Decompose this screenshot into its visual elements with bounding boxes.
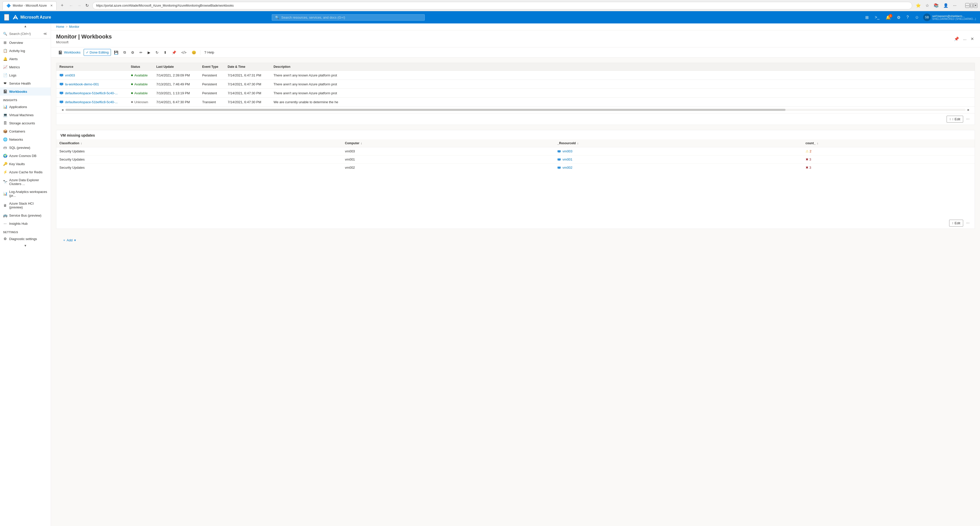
workbooks-toolbar-label: Workbooks (64, 51, 81, 54)
settings-button[interactable]: ⚙ (895, 14, 902, 21)
resource-link[interactable]: defaultworkspace-51bef6c8-5c40-... (59, 91, 131, 95)
browser-extensions-button[interactable]: ⭐ (914, 2, 923, 9)
col-computer[interactable]: Computer ↕ (342, 140, 554, 147)
add-button[interactable]: + Add ▾ (61, 237, 78, 243)
horizontal-scrollbar[interactable] (65, 109, 966, 111)
share-button[interactable]: ⬆ (162, 49, 169, 56)
sidebar-item-networks[interactable]: 🌐 Networks (0, 135, 51, 143)
sidebar-item-key-vaults[interactable]: 🔑 Key Vaults (0, 160, 51, 168)
table-row[interactable]: vm003 ● Available 7/14/2021, 2:39:09 PM … (56, 71, 975, 80)
code-button[interactable]: </> (179, 49, 188, 56)
autofit-button[interactable]: ▶ (146, 49, 153, 56)
table-row[interactable]: la-workbook-demo-001 ● Available 7/13/20… (56, 80, 975, 89)
sidebar-search-area[interactable]: 🔍 ≪ (0, 29, 51, 38)
sidebar-item-virtual-machines[interactable]: 💻 Virtual Machines (0, 111, 51, 119)
vm-updates-more-button[interactable]: ··· (964, 219, 972, 227)
browser-favorites-button[interactable]: ☆ (924, 2, 931, 9)
workbooks-toolbar-button[interactable]: 📓 Workbooks (56, 49, 83, 56)
table-row[interactable]: defaultworkspace-51bef6c8-5c40-... ● Ava… (56, 89, 975, 98)
search-input[interactable] (281, 16, 422, 19)
done-editing-button[interactable]: ✓ Done Editing (84, 49, 111, 56)
service-health-more-button[interactable]: ··· (964, 116, 972, 122)
sidebar-item-insights-hub[interactable]: ··· Insights Hub (0, 219, 51, 227)
table-row[interactable]: Security Updates vm002 vm002 (56, 164, 975, 172)
sidebar-item-diagnostic-settings[interactable]: ⚙ Diagnostic settings (0, 235, 51, 243)
help-button[interactable]: ? Help (202, 49, 216, 56)
edit-pencil-button[interactable]: ✏ (137, 49, 145, 56)
sidebar-item-containers[interactable]: 📦 Containers (0, 127, 51, 135)
sidebar-collapse-button[interactable]: ≪ (43, 31, 48, 36)
sidebar-item-cosmos-db[interactable]: 🌍 Azure Cosmos DB (0, 152, 51, 160)
vm-table-header-row: Classification ↕ Computer ↕ _ResourceId … (56, 140, 975, 147)
sidebar-item-storage-accounts[interactable]: 🗄 Storage accounts (0, 119, 51, 127)
browser-profile-button[interactable]: 👤 (942, 2, 950, 9)
resource-link[interactable]: defaultworkspace-51bef6c8-5c40-... (59, 100, 131, 104)
sidebar-item-metrics[interactable]: 📈 Metrics (0, 63, 51, 71)
browser-tab[interactable]: 🔷 Monitor - Microsoft Azure ✕ (3, 1, 57, 10)
page-close-button[interactable]: ✕ (970, 35, 975, 42)
sidebar-item-overview[interactable]: ⊞ Overview (0, 38, 51, 47)
sidebar-item-azure-stack[interactable]: 🖥 Azure Stack HCI (preview) (0, 200, 51, 211)
refresh-button[interactable]: ↻ (153, 49, 161, 56)
more-options-button[interactable]: ... (962, 35, 967, 42)
computer-cell: vm002 (342, 164, 554, 172)
user-profile[interactable]: SB seif.bassem@shieldarm... SHIELDARMORE… (923, 14, 976, 21)
resource-link[interactable]: la-workbook-demo-001 (59, 82, 131, 86)
pin-button[interactable]: 📌 (953, 35, 960, 42)
table-row[interactable]: Security Updates vm001 vm001 (56, 156, 975, 164)
save-button[interactable]: 💾 (112, 49, 120, 56)
resource-id-cell[interactable]: vm001 (554, 156, 802, 164)
close-button[interactable]: ✕ (974, 3, 977, 8)
copy-button[interactable]: ⧉ (121, 49, 128, 56)
feedback-button[interactable]: ☺ (913, 14, 921, 21)
sidebar-item-workbooks[interactable]: 📓 Workbooks (0, 87, 51, 95)
resource-id-cell[interactable]: vm002 (554, 164, 802, 172)
address-bar[interactable]: https://portal.azure.com/#blade/Microsof… (92, 2, 912, 10)
minimize-button[interactable]: — (965, 3, 970, 8)
tab-close-icon[interactable]: ✕ (50, 4, 53, 7)
new-tab-button[interactable]: + (59, 2, 65, 9)
sidebar-item-alerts[interactable]: 🔔 Alerts (0, 55, 51, 63)
browser-menu-button[interactable]: ··· (951, 2, 958, 9)
notifications-button[interactable]: 🔔 1 (884, 14, 893, 21)
back-button[interactable]: ← (68, 2, 75, 9)
sidebar-item-service-health[interactable]: ❤ Service Health (0, 79, 51, 87)
breadcrumb-home[interactable]: Home (56, 25, 64, 29)
col-classification[interactable]: Classification ↕ (56, 140, 342, 147)
help-button[interactable]: ? (905, 14, 911, 21)
sidebar-item-activity-log[interactable]: 📋 Activity log (0, 47, 51, 55)
pin-workbook-button[interactable]: 📌 (170, 49, 178, 56)
vm-resource-link[interactable]: vm001 (557, 157, 799, 161)
vm-resource-link[interactable]: vm002 (557, 166, 799, 170)
table-row[interactable]: Security Updates vm003 vm003 (56, 147, 975, 156)
vm-resource-link[interactable]: vm003 (557, 149, 799, 153)
hamburger-menu-button[interactable]: ☰ (4, 14, 9, 21)
refresh-button[interactable]: ↻ (84, 2, 90, 9)
col-count[interactable]: count_ ↕ (803, 140, 975, 147)
vm-updates-edit-button[interactable]: ↑ Edit (949, 220, 963, 227)
resource-id-cell[interactable]: vm003 (554, 147, 802, 156)
scroll-right-button[interactable]: ► (966, 108, 972, 112)
scroll-left-button[interactable]: ◄ (59, 108, 65, 112)
browser-collections-button[interactable]: 📚 (932, 2, 940, 9)
maximize-button[interactable]: □ (970, 3, 973, 8)
sidebar-item-cache-redis[interactable]: ⚡ Azure Cache for Redis (0, 168, 51, 176)
resource-link[interactable]: vm003 (59, 73, 131, 77)
sidebar-item-data-explorer[interactable]: 🔭 Azure Data Explorer Clusters ... (0, 176, 51, 188)
sidebar-search-input[interactable] (9, 32, 41, 36)
breadcrumb-monitor[interactable]: Monitor (69, 25, 79, 29)
sidebar-item-log-analytics[interactable]: 📊 Log Analytics workspaces (pr... (0, 188, 51, 200)
cloud-shell-button[interactable]: >_ (873, 14, 881, 21)
emoji-button[interactable]: 😊 (190, 49, 198, 56)
sidebar-item-sql[interactable]: 🗃 SQL (preview) (0, 143, 51, 152)
sidebar-item-applications[interactable]: 📊 Applications (0, 103, 51, 111)
service-health-edit-button[interactable]: ↑ ↑ Edit (947, 116, 963, 122)
table-row[interactable]: defaultworkspace-51bef6c8-5c40-... ● Unk… (56, 98, 975, 106)
settings-button[interactable]: ⚙ (129, 49, 137, 56)
sidebar-item-logs[interactable]: 📄 Logs (0, 71, 51, 79)
forward-button[interactable]: → (76, 2, 83, 9)
global-search[interactable]: 🔍 (272, 14, 425, 21)
sidebar-item-service-bus[interactable]: 🚌 Service Bus (preview) (0, 211, 51, 219)
portal-button[interactable]: ⊞ (863, 14, 871, 21)
col-resource-id[interactable]: _ResourceId ↕ (554, 140, 802, 147)
